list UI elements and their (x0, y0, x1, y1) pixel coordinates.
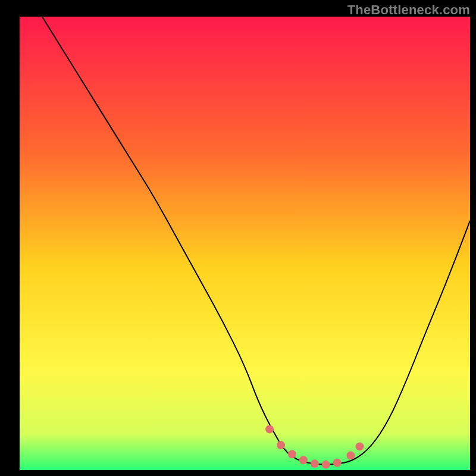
bottleneck-chart (0, 0, 476, 476)
chart-frame: TheBottleneck.com (0, 0, 476, 476)
optimum-marker (333, 459, 342, 467)
optimum-marker (277, 441, 285, 449)
optimum-marker (311, 459, 319, 468)
optimum-marker (322, 461, 330, 469)
optimum-marker (299, 456, 308, 464)
optimum-marker (288, 450, 296, 458)
optimum-marker (346, 452, 355, 460)
watermark-text: TheBottleneck.com (347, 2, 470, 18)
optimum-marker (356, 442, 364, 450)
optimum-marker (265, 425, 274, 433)
plot-background (20, 17, 470, 470)
